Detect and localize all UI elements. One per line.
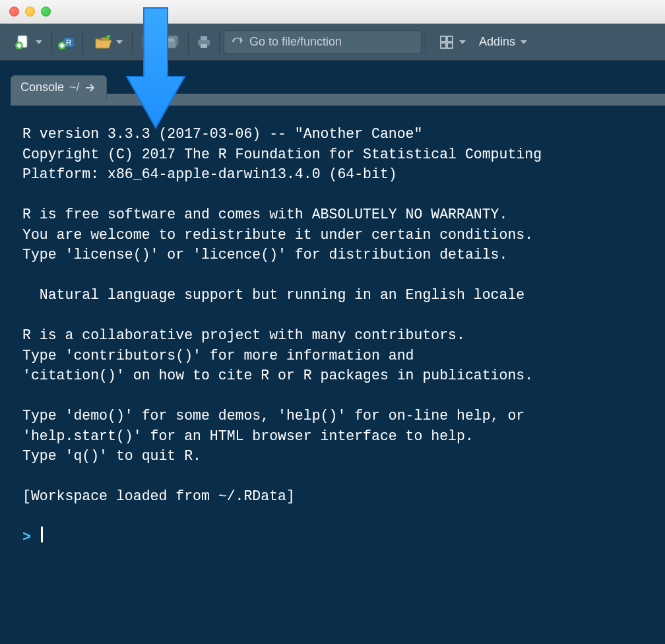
- svg-rect-3: [17, 44, 22, 46]
- addins-label: Addins: [479, 35, 515, 49]
- svg-rect-18: [447, 43, 453, 48]
- svg-rect-13: [201, 36, 207, 40]
- tab-underbar: [11, 99, 665, 106]
- console-tab[interactable]: Console ~/: [11, 75, 107, 99]
- panes-grid-button[interactable]: [435, 31, 458, 53]
- zoom-traffic-light[interactable]: [41, 7, 51, 16]
- window-titlebar: [0, 0, 665, 24]
- svg-text:R: R: [66, 38, 72, 48]
- addins-caret: [521, 40, 527, 44]
- svg-rect-15: [441, 36, 446, 42]
- main-toolbar: R: [0, 24, 665, 61]
- console-tab-label: Console: [20, 80, 64, 94]
- svg-rect-16: [447, 36, 453, 42]
- svg-rect-8: [60, 44, 65, 46]
- open-recent-caret[interactable]: [116, 40, 123, 44]
- svg-rect-17: [441, 43, 446, 48]
- addins-menu[interactable]: Addins: [474, 35, 532, 49]
- goto-file-function-input[interactable]: Go to file/function: [224, 30, 422, 54]
- new-file-dropdown-caret[interactable]: [36, 40, 42, 44]
- console-tabbar: Console ~/: [11, 73, 665, 99]
- close-traffic-light[interactable]: [9, 7, 19, 16]
- workspace: Console ~/ R version 3.3.3 (2017-03-06) …: [0, 61, 665, 567]
- console-cursor: [41, 527, 43, 542]
- save-all-button[interactable]: [162, 31, 184, 53]
- open-file-button[interactable]: [92, 31, 115, 53]
- console-output[interactable]: R version 3.3.3 (2017-03-06) -- "Another…: [11, 106, 665, 567]
- svg-rect-11: [168, 38, 174, 42]
- panes-dropdown-caret[interactable]: [459, 40, 466, 44]
- console-tab-path: ~/: [69, 80, 80, 94]
- minimize-traffic-light[interactable]: [25, 7, 35, 16]
- svg-rect-10: [144, 43, 151, 48]
- tab-strip: [107, 94, 665, 99]
- new-project-button[interactable]: R: [56, 31, 79, 53]
- print-button[interactable]: [193, 31, 215, 53]
- new-file-button[interactable]: [12, 31, 34, 53]
- console-tab-arrow-icon: [85, 82, 97, 93]
- console-prompt: >: [22, 529, 31, 545]
- save-button[interactable]: [137, 31, 159, 53]
- goto-arrow-icon: [231, 36, 243, 48]
- goto-placeholder: Go to file/function: [249, 35, 342, 49]
- svg-rect-9: [144, 37, 151, 41]
- svg-rect-14: [201, 44, 207, 48]
